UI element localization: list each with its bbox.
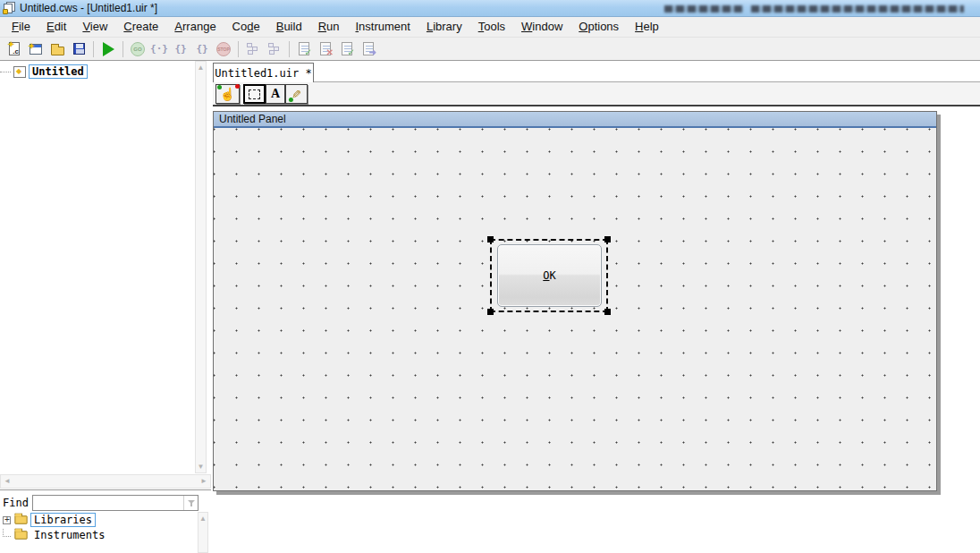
sidebar-divider [0,489,211,490]
tab-untitled1-uir[interactable]: Untitled1.uir * [213,63,314,82]
library-tree: Libraries Instruments [0,513,108,543]
scroll-up-icon[interactable]: ▲ [199,515,207,523]
save-file-button[interactable] [69,39,89,59]
expand-tree-icon [246,42,260,55]
menu-view[interactable]: View [74,17,115,37]
selection-rect-icon [249,89,260,99]
stop-execution-button-disabled: STOP [214,39,233,59]
uir-panel[interactable]: Untitled Panel OK [213,111,937,491]
uir-tool-palette: ☝ A ✎ [213,82,980,105]
find-row: Find [3,495,199,511]
color-pen-icon: ✎ [291,88,301,101]
tree-connector [0,72,11,72]
window-titlebar[interactable]: Untitled.cws - [Untitled1.uir *] [0,0,980,17]
menu-create[interactable]: Create [115,17,166,37]
toolbar-separator [93,41,94,57]
workspace-tree-vscrollbar[interactable]: ▲ ▼ [195,61,207,473]
menu-instrument[interactable]: Instrument [347,17,418,37]
main-toolbar: .c✦ ✦ GO {·} {} {} STOP ✓ ✕ [0,38,980,61]
menu-tools[interactable]: Tools [470,17,513,37]
filter-funnel-icon[interactable] [183,496,198,510]
window-title: Untitled.cws - [Untitled1.uir *] [20,2,157,14]
workspace-item-label[interactable]: Untitled [29,64,88,79]
menu-help[interactable]: Help [627,17,667,37]
step-out-button-disabled: {} [192,39,212,59]
run-project-button[interactable] [98,39,118,59]
menu-run[interactable]: Run [310,17,348,37]
expand-plus-icon[interactable] [3,516,11,524]
stop-icon: STOP [216,42,231,56]
file-error-icon: ✕ [320,42,331,55]
panel-canvas[interactable]: OK [214,128,936,489]
menu-window[interactable]: Window [513,17,570,37]
step-over-icon: {} [174,43,186,55]
workspace-icon [13,66,26,78]
file-check-button-disabled: ✓ [294,39,314,59]
scroll-right-icon[interactable]: ► [200,477,207,485]
open-file-button[interactable] [47,39,67,59]
color-tool-button[interactable]: ✎ [285,84,308,104]
step-into-button-disabled: {·} [149,39,169,59]
new-source-file-button[interactable]: .c✦ [4,39,24,59]
resize-handle-se[interactable] [604,309,611,315]
step-into-icon: {·} [150,43,168,55]
toolbar-separator [289,41,290,57]
save-floppy-icon [73,43,85,55]
operate-hand-icon: ☝ [220,88,235,100]
file-error-button-disabled: ✕ [316,39,335,59]
expand-tree-button-disabled [243,39,263,59]
run-play-icon [103,42,114,56]
go-icon: GO [131,42,145,56]
text-tool-icon: A [271,87,280,101]
toolbar-separator [122,41,123,57]
app-icon [3,2,16,14]
file-document-button-disabled: ➜ [359,39,378,59]
text-tool-button[interactable]: A [266,84,285,104]
scroll-up-icon[interactable]: ▲ [196,64,206,72]
tree-item-label[interactable]: Instruments [30,529,108,541]
tree-item-label[interactable]: Libraries [30,513,96,527]
collapse-tree-icon [267,42,282,55]
workspace-tree-hscrollbar[interactable]: ◄ ► [0,474,211,489]
find-label: Find [3,497,29,509]
resize-handle-ne[interactable] [604,236,611,242]
resize-handle-sw[interactable] [487,309,494,315]
workspace-tree-item-untitled[interactable]: Untitled [0,64,88,79]
tree-item-instruments[interactable]: Instruments [0,528,108,542]
menu-edit[interactable]: Edit [38,17,74,37]
collapse-tree-button-disabled [265,39,284,59]
menu-bar: FileEditViewCreateArrangeCodeBuildRunIns… [0,17,980,38]
selection-tool-button[interactable] [243,84,266,104]
file-edit-check-button-disabled: ✓ [337,39,357,59]
new-source-file-icon: .c✦ [9,42,20,55]
menu-library[interactable]: Library [418,17,470,37]
new-uir-file-icon: ✦ [30,44,42,55]
open-folder-icon [51,47,64,55]
library-tree-vscrollbar[interactable]: ▲ [198,512,208,553]
tree-connector [3,529,11,537]
file-document-icon: ➜ [363,42,374,55]
toolbar-separator [238,41,239,57]
menu-options[interactable]: Options [570,17,627,37]
palette-bottom-rule [213,105,980,106]
step-over-button-disabled: {} [171,39,190,59]
operate-tool-button[interactable]: ☝ [215,84,240,104]
scroll-down-icon[interactable]: ▼ [196,463,206,471]
blurred-title-text [751,5,964,13]
folder-icon [14,531,27,540]
tree-item-libraries[interactable]: Libraries [0,513,108,527]
find-input[interactable] [34,497,182,509]
menu-arrange[interactable]: Arrange [166,17,224,37]
ok-button-label: OK [543,269,555,282]
folder-icon [14,515,27,524]
workspace-sidebar: Untitled ▲ ▼ ◄ ► Find Libraries Instrume… [0,61,211,553]
menu-code[interactable]: Code [224,17,268,37]
menu-build[interactable]: Build [268,17,310,37]
new-uir-file-button[interactable]: ✦ [26,39,46,59]
resize-handle-nw[interactable] [487,236,494,242]
menu-file[interactable]: File [4,17,38,37]
ok-command-button[interactable]: OK [497,244,602,307]
scroll-left-icon[interactable]: ◄ [4,477,11,485]
step-out-icon: {} [196,43,207,55]
panel-titlebar[interactable]: Untitled Panel [214,112,936,128]
